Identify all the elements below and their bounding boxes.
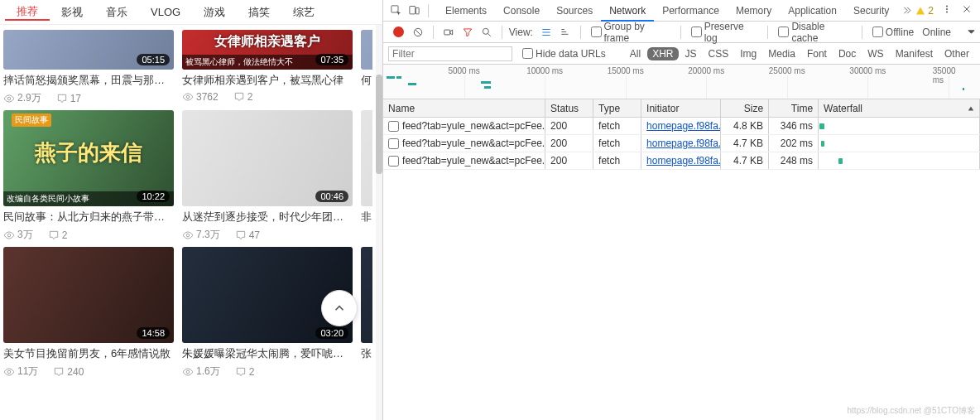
video-card[interactable]: 14:58美女节目挽留前男友，6年感情说散11万240 [3, 247, 174, 379]
row-checkbox[interactable] [388, 138, 399, 149]
hide-data-urls-checkbox[interactable]: Hide data URLs [522, 48, 606, 60]
devtools-tab-console[interactable]: Console [495, 0, 548, 22]
waterfall-view-button[interactable] [556, 27, 574, 38]
view-label: View: [509, 27, 533, 38]
network-request-row[interactable]: feed?tab=yule_new&act=pcFee...200fetchho… [383, 118, 980, 135]
scroll-to-top-button[interactable] [321, 290, 358, 326]
devtools-tab-security[interactable]: Security [845, 0, 897, 22]
video-meta: 3万2 [3, 228, 174, 242]
request-initiator-link[interactable]: homepage.f98fa... [646, 120, 721, 132]
record-filmstrip-button[interactable] [440, 27, 457, 38]
video-card[interactable]: 05:15摔话筒怒揭颁奖黑幕，田震与那英到2.9万17 [3, 30, 174, 105]
devtools-tab-application[interactable]: Application [780, 0, 845, 22]
scrollbar-thumb[interactable] [376, 75, 382, 174]
col-size[interactable]: Size [721, 99, 769, 117]
divider [428, 4, 429, 17]
throttling-dropdown-caret[interactable] [968, 27, 975, 38]
clear-icon [412, 27, 424, 38]
nav-item[interactable]: 综艺 [281, 5, 326, 20]
request-initiator-link[interactable]: homepage.f98fa... [646, 138, 721, 149]
filter-pill-all[interactable]: All [625, 47, 646, 60]
col-name[interactable]: Name [383, 99, 545, 117]
row-checkbox[interactable] [388, 121, 399, 132]
devtools-menu-button[interactable] [937, 3, 957, 17]
record-button[interactable] [393, 27, 404, 37]
view-count: 11万 [3, 364, 38, 379]
network-request-row[interactable]: feed?tab=yule_new&act=pcFee...200fetchho… [383, 152, 980, 170]
chevron-double-right-icon [901, 4, 913, 17]
nav-item[interactable]: 推荐 [5, 4, 50, 21]
devtools-tab-memory[interactable]: Memory [728, 0, 780, 22]
filter-pill-ws[interactable]: WS [862, 47, 888, 60]
throttling-select[interactable]: Online [922, 27, 951, 38]
overview-tick: 25000 ms [769, 66, 805, 75]
request-waterfall [819, 135, 980, 152]
filter-pill-img[interactable]: Img [735, 47, 761, 60]
video-thumbnail[interactable] [361, 30, 372, 70]
filter-pill-font[interactable]: Font [802, 47, 832, 60]
nav-item[interactable]: 影视 [50, 5, 94, 20]
preserve-log-checkbox[interactable]: Preserve log [691, 21, 758, 44]
col-waterfall[interactable]: Waterfall [819, 99, 980, 117]
warnings-badge[interactable]: 2 [915, 5, 934, 17]
eye-icon [3, 229, 15, 241]
filter-pill-css[interactable]: CSS [704, 47, 734, 60]
video-thumbnail[interactable] [361, 110, 372, 206]
device-toolbar-button[interactable] [405, 2, 423, 19]
video-card[interactable]: 00:46从迷茫到逐步接受，时代少年团已经7.3万47 [182, 110, 353, 242]
network-request-row[interactable]: feed?tab=yule_new&act=pcFee...200fetchho… [383, 135, 980, 152]
warnings-count: 2 [928, 5, 934, 17]
col-type[interactable]: Type [593, 99, 641, 117]
video-thumbnail[interactable]: 05:15 [3, 30, 174, 70]
more-panels-button[interactable] [897, 2, 915, 19]
col-status[interactable]: Status [545, 99, 593, 117]
clear-button[interactable] [410, 27, 427, 38]
video-card[interactable]: 非 [361, 110, 372, 242]
filter-pill-other[interactable]: Other [939, 47, 974, 60]
video-thumbnail[interactable]: 14:58 [3, 247, 174, 343]
col-time[interactable]: Time [769, 99, 819, 117]
filter-input[interactable] [388, 46, 512, 61]
divider [767, 26, 768, 39]
video-card[interactable]: 民间故事燕子的来信改编自各类民间小故事10:22民间故事：从北方归来的燕子带回，… [3, 110, 174, 242]
video-card[interactable]: 张 [361, 247, 372, 379]
network-overview[interactable]: 5000 ms10000 ms15000 ms20000 ms25000 ms3… [383, 65, 980, 99]
devtools-close-button[interactable] [957, 4, 977, 17]
video-card[interactable]: 女律师相亲遇客户被骂黑心律师，做法绝情大不07:35女律师相亲遇到客户，被骂黑心… [182, 30, 353, 105]
video-thumbnail[interactable]: 女律师相亲遇客户被骂黑心律师，做法绝情大不07:35 [182, 30, 353, 70]
group-by-frame-checkbox[interactable]: Group by frame [591, 21, 670, 44]
devtools-tab-performance[interactable]: Performance [654, 0, 728, 22]
video-thumbnail[interactable]: 民间故事燕子的来信改编自各类民间小故事10:22 [3, 110, 174, 206]
disable-cache-checkbox[interactable]: Disable cache [778, 21, 851, 44]
nav-item[interactable]: 音乐 [94, 5, 139, 20]
filter-pill-manifest[interactable]: Manifest [891, 47, 938, 60]
comment-count: 2 [48, 229, 68, 241]
video-card[interactable]: 何 [361, 30, 372, 105]
nav-item[interactable]: 搞笑 [237, 5, 281, 20]
request-initiator-link[interactable]: homepage.f98fa... [646, 155, 721, 167]
large-rows-button[interactable] [537, 27, 555, 38]
filter-pill-js[interactable]: JS [680, 47, 702, 60]
devtools-tab-sources[interactable]: Sources [548, 0, 601, 22]
request-type: fetch [593, 152, 641, 169]
overview-activity-bar [484, 86, 491, 89]
filter-toggle-button[interactable] [459, 27, 476, 38]
devtools-tab-network[interactable]: Network [601, 0, 654, 22]
filter-pill-media[interactable]: Media [763, 47, 800, 60]
request-size: 4.8 KB [721, 118, 769, 134]
search-button[interactable] [478, 27, 496, 38]
request-name: feed?tab=yule_new&act=pcFee... [402, 118, 545, 134]
video-thumbnail[interactable] [361, 247, 372, 343]
nav-item[interactable]: VLOG [139, 6, 192, 18]
inspect-element-button[interactable] [387, 2, 405, 19]
row-checkbox[interactable] [388, 156, 399, 167]
duration-badge: 14:58 [137, 327, 170, 339]
col-initiator[interactable]: Initiator [641, 99, 721, 117]
svg-rect-13 [444, 30, 449, 35]
offline-checkbox[interactable]: Offline [872, 27, 914, 38]
nav-item[interactable]: 游戏 [192, 5, 237, 20]
filter-pill-xhr[interactable]: XHR [647, 47, 678, 60]
devtools-tab-elements[interactable]: Elements [437, 0, 495, 22]
filter-pill-doc[interactable]: Doc [833, 47, 861, 60]
video-thumbnail[interactable]: 00:46 [182, 110, 353, 206]
